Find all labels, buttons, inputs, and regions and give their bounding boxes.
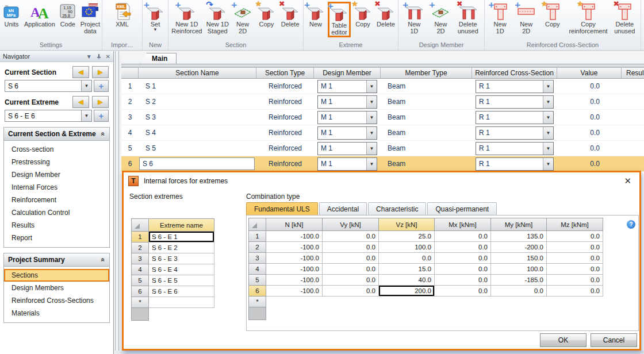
force-value-cell[interactable]: -100.0 [266,253,323,264]
section-name-cell[interactable]: S 4 [139,125,256,140]
tab-main[interactable]: Main [140,53,177,64]
copy-button[interactable]: ★Copy [255,2,277,28]
section-name-cell[interactable]: S 1 [139,79,256,94]
force-value-cell[interactable]: 0.0 [547,286,603,297]
table-row[interactable]: 4S 4ReinforcedM 1▼BeamR 1▼0.0 [121,125,644,141]
chevron-down-icon[interactable]: ▼ [543,80,553,93]
chevron-down-icon[interactable]: ▼ [81,110,91,121]
force-value-cell[interactable]: 0.0 [435,264,491,275]
design-member-dropdown[interactable]: M 1▼ [317,142,377,155]
reinforced-cross-section-dropdown[interactable]: R 1▼ [476,80,554,93]
nav-item-calculation-control[interactable]: Calculation Control [4,206,109,219]
force-value-cell[interactable]: 135.0 [491,231,547,242]
select-all-corner[interactable] [249,218,266,231]
copy-button[interactable]: ★Copy [542,2,564,28]
nav-item-results[interactable]: Results [4,219,109,232]
force-value-cell[interactable]: 0.0 [547,242,603,253]
section-name-editbox[interactable]: S 6 [139,157,255,170]
new-1d-button[interactable]: +New 1D [403,2,425,35]
force-value-cell[interactable]: -100.0 [266,275,323,286]
new-2d-button[interactable]: +New 2D [515,2,537,35]
nav-item-sections[interactable]: Sections [4,269,109,282]
nav-item-prestressing[interactable]: Prestressing [4,156,109,168]
row-header[interactable]: 2 [132,243,149,253]
add-extreme-button[interactable]: + [94,110,109,122]
copy-reinforcement-button[interactable]: ★Copy reinforcement [568,2,608,35]
force-value-cell[interactable]: 15.0 [379,264,435,275]
force-value-cell[interactable]: 0.0 [435,286,491,297]
extreme-name-cell[interactable]: S 6 - E 2 [149,243,214,253]
row-number[interactable]: 1 [121,79,139,94]
tab-accidental[interactable]: Accidental [319,202,367,215]
row-number[interactable]: 6 [121,156,139,171]
tab-fundamental-uls[interactable]: Fundamental ULS [246,202,318,215]
table-row[interactable]: 2S 2ReinforcedM 1▼BeamR 1▼0.0 [121,94,644,110]
tab-characteristic[interactable]: Characteristic [368,202,426,215]
chevron-down-icon[interactable]: ▼ [86,53,92,60]
row-header[interactable]: 2 [249,242,266,253]
panel-splitter[interactable] [114,51,121,354]
force-value-cell[interactable]: 150.0 [491,253,547,264]
force-value-cell[interactable]: 0.0 [547,264,603,275]
force-value-cell[interactable]: 0.0 [323,264,379,275]
extreme-name-cell[interactable]: S 6 - E 4 [149,264,214,275]
design-member-dropdown[interactable]: M 1▼ [317,111,377,124]
row-header[interactable]: 1 [132,232,149,243]
reinforced-cross-section-dropdown[interactable]: R 1▼ [476,95,554,109]
reinforced-cross-section-dropdown[interactable]: R 1▼ [476,142,554,155]
row-header[interactable]: 6 [132,286,149,297]
ok-button[interactable]: OK [540,333,586,347]
section-name-cell[interactable]: S 5 [139,141,256,156]
force-value-cell[interactable]: -100.0 [266,242,323,253]
chevron-down-icon[interactable]: ▼ [81,80,91,91]
row-header[interactable]: 6 [249,286,266,297]
row-number[interactable]: 5 [121,141,139,156]
xml-button[interactable]: XMLXML [112,2,133,28]
row-header[interactable]: 3 [249,253,266,264]
nav-item-reinforcement[interactable]: Reinforcement [4,194,109,206]
force-value-cell[interactable]: 0.0 [435,253,491,264]
table-row[interactable]: 1S 1ReinforcedM 1▼BeamR 1▼0.0 [121,79,644,94]
chevron-down-icon[interactable]: ▼ [366,96,377,108]
chevron-down-icon[interactable]: ▼ [543,158,553,170]
current-section-combo[interactable]: S 6 ▼ [5,80,92,92]
delete-unused-button[interactable]: ✖Delete unused [613,2,636,35]
section-name-cell[interactable]: S 2 [139,94,256,109]
new-button[interactable]: +New [305,2,327,28]
delete-button[interactable]: ✖Delete [375,2,397,28]
force-value-cell[interactable]: -185.0 [491,275,547,286]
chevron-down-icon[interactable]: ▼ [543,143,553,155]
force-value-cell[interactable]: 0.0 [323,231,379,242]
new-1d-button[interactable]: +New 1D [489,2,511,35]
design-member-dropdown[interactable]: M 1▼ [317,126,377,140]
next-extreme-button[interactable]: ▶ [92,96,109,108]
nav-group-header[interactable]: Current Section & Extreme« [4,128,109,141]
force-value-cell[interactable]: 0.0 [547,275,603,286]
force-value-cell[interactable]: 40.0 [379,275,435,286]
force-value-cell[interactable]: 0.0 [323,242,379,253]
chevron-down-icon[interactable]: ▼ [366,111,377,124]
nav-item-materials[interactable]: Materials [4,307,109,320]
reinforced-cross-section-dropdown[interactable]: R 1▼ [476,157,554,171]
force-value-cell[interactable]: 0.0 [547,231,603,242]
collapse-chevron-icon[interactable]: « [99,132,108,136]
delete-unused-button[interactable]: ✖Delete unused [457,2,480,35]
table-row[interactable]: 5S 5ReinforcedM 1▼BeamR 1▼0.0 [121,141,644,156]
pin-icon[interactable] [96,53,102,60]
nav-group-header[interactable]: Project Summary« [4,253,109,267]
prev-extreme-button[interactable]: ◀ [72,96,89,108]
select-all-corner[interactable] [132,219,149,232]
delete-button[interactable]: ✖Delete [279,2,301,28]
extreme-name-cell[interactable]: S 6 - E 6 [149,286,214,297]
add-section-button[interactable]: + [94,80,109,92]
design-member-dropdown[interactable]: M 1▼ [317,95,377,109]
design-member-dropdown[interactable]: M 1▼ [317,80,377,93]
nav-item-reinforced-cross-sections[interactable]: Reinforced Cross-Sections [4,294,109,307]
current-extreme-combo[interactable]: S 6 - E 6 ▼ [5,110,92,122]
new-2d-button[interactable]: +New 2D [232,2,254,35]
row-number[interactable]: 2 [121,94,139,109]
chevron-down-icon[interactable]: ▼ [366,127,377,139]
row-header[interactable]: 4 [249,264,266,275]
force-value-cell[interactable]: 0.0 [323,286,379,297]
new-1d-reinforced-button[interactable]: +New 1D Reinforced [170,2,203,35]
